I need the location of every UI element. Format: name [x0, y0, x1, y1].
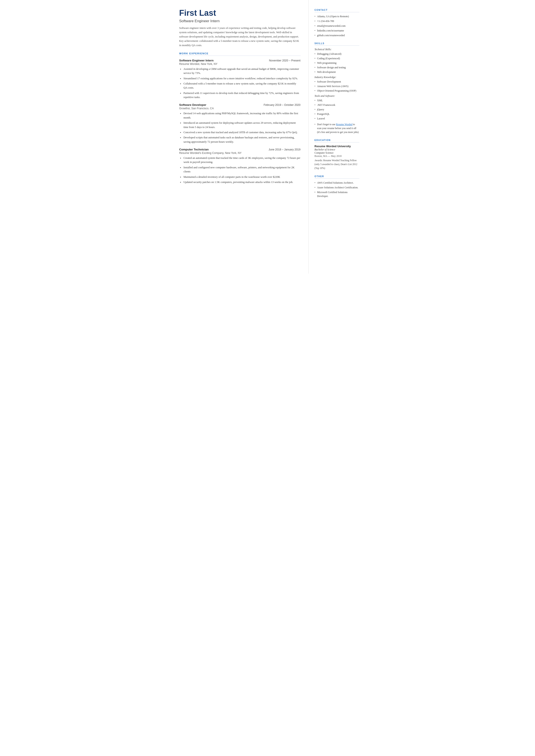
skill-item: PostgreSQL [315, 112, 359, 116]
other-list: AWS Certified Solutions Architect. Azure… [315, 181, 359, 198]
contact-github: github.com/resumeworded [315, 33, 359, 37]
job-dates-1: November 2020 – Present [269, 59, 300, 62]
skill-item: Web programming [315, 61, 359, 65]
skill-item: Amazon Web Services (AWS) [315, 84, 359, 88]
skill-item: jQuery [315, 107, 359, 111]
skill-item: Software design and testing [315, 66, 359, 70]
bullet: Streamlined 17 existing applications for… [180, 76, 300, 81]
bullet: Created an automated system that tracked… [180, 156, 300, 164]
bullet: Developed scripts that automated tasks s… [180, 136, 300, 144]
resume-page: First Last Software Engineer Intern Soft… [171, 0, 365, 274]
bullet: Assisted in developing a CRM software up… [180, 67, 300, 75]
skills-note-text: Don't forget to use [317, 123, 336, 126]
work-experience-section: WORK EXPERIENCE Software Engineer Intern… [179, 52, 300, 184]
edu-degree: Bachelor of Science [315, 148, 359, 151]
technical-skills-list: Debugging (Advanced) Coding (Experienced… [315, 52, 359, 74]
bullet: Maintained a detailed inventory of all c… [180, 175, 300, 179]
header-section: First Last Software Engineer Intern Soft… [179, 9, 300, 47]
skills-section: SKILLS Technical Skills: Debugging (Adva… [315, 42, 359, 134]
technical-skills-label: Technical Skills: [315, 48, 359, 51]
contact-email: email@resumeworded.com [315, 24, 359, 28]
job-company-2: Growthsi, San Francisco, CA [179, 107, 300, 110]
job-bullets-3: Created an automated system that tracked… [179, 156, 300, 184]
contact-list: Atlanta, GA (Open to Remote) +1-234-456-… [315, 14, 359, 37]
tools-software-label: Tools and Software: [315, 95, 359, 98]
edu-location: Boston, MA — May 2018 [315, 154, 359, 158]
edu-awards: Awards: Resume Worded Teaching Fellow (o… [315, 159, 359, 170]
other-item: AWS Certified Solutions Architect. [315, 181, 359, 185]
education-section: EDUCATION Resume Worded University Bache… [315, 139, 359, 170]
skill-item: Software Development [315, 80, 359, 84]
resume-worded-link[interactable]: Resume Worded [336, 123, 352, 126]
skill-item: Coding (Experienced) [315, 56, 359, 60]
job-company-1: Resume Worded, New York, NY [179, 63, 300, 66]
edu-block: Resume Worded University Bachelor of Sci… [315, 145, 359, 170]
candidate-title: Software Engineer Intern [179, 19, 300, 23]
contact-phone: +1-234-456-789 [315, 19, 359, 23]
tools-skills-list: XML .NET Framework jQuery PostgreSQL Lar… [315, 98, 359, 121]
skill-item: Debugging (Advanced) [315, 52, 359, 56]
bullet: Collaborated with a 5-member team to rel… [180, 82, 300, 90]
skill-item: .NET Framework [315, 103, 359, 107]
skill-item: XML [315, 98, 359, 102]
contact-section: CONTACT Atlanta, GA (Open to Remote) +1-… [315, 9, 359, 37]
job-dates-3: June 2018 – January 2019 [268, 148, 300, 151]
contact-location: Atlanta, GA (Open to Remote) [315, 14, 359, 18]
other-item: Azure Solutions Architect Certification. [315, 185, 359, 189]
bullet: Introduced an automated system for deplo… [180, 121, 300, 129]
bullet: Partnered with 11 supervisors to develop… [180, 91, 300, 99]
edu-field: Computer Science [315, 151, 359, 154]
skill-item: Object-Oriented Programming (OOP) [315, 89, 359, 93]
job-bullets-1: Assisted in developing a CRM software up… [179, 67, 300, 99]
job-title-3: Computer Technician [179, 148, 209, 151]
candidate-summary: Software engineer intern with over 3 yea… [179, 26, 300, 47]
industry-knowledge-label: Industry Knowledge: [315, 76, 359, 79]
bullet: Installed and configured new computer ha… [180, 165, 300, 174]
candidate-name: First Last [179, 9, 300, 18]
job-title-1: Software Engineer Intern [179, 59, 214, 62]
industry-skills-list: Software Development Amazon Web Services… [315, 80, 359, 93]
education-header: EDUCATION [315, 139, 359, 142]
contact-linkedin: linkedin.com/in/username [315, 29, 359, 33]
job-header-3: Computer Technician June 2018 – January … [179, 148, 300, 151]
job-bullets-2: Devised 14 web applications using PHP/My… [179, 111, 300, 144]
edu-school: Resume Worded University [315, 145, 359, 148]
skill-item: Laravel [315, 117, 359, 121]
right-column: CONTACT Atlanta, GA (Open to Remote) +1-… [309, 0, 365, 274]
skill-item: Web development [315, 70, 359, 74]
job-dates-2: February 2019 – October 2020 [264, 103, 300, 106]
job-header-1: Software Engineer Intern November 2020 –… [179, 59, 300, 62]
bullet: Conceived a new system that tracked and … [180, 130, 300, 134]
job-block-3: Computer Technician June 2018 – January … [179, 148, 300, 184]
bullet: Updated security patches on 1.5K compute… [180, 180, 300, 184]
job-company-3: Resume Worded's Exciting Company, New Yo… [179, 152, 300, 154]
other-section: OTHER AWS Certified Solutions Architect.… [315, 175, 359, 198]
skills-note: Don't forget to use Resume Worded to sca… [315, 123, 359, 134]
other-header: OTHER [315, 175, 359, 179]
work-experience-header: WORK EXPERIENCE [179, 52, 300, 56]
job-header-2: Software Developer February 2019 – Octob… [179, 103, 300, 106]
job-title-2: Software Developer [179, 103, 207, 106]
bullet: Devised 14 web applications using PHP/My… [180, 111, 300, 120]
job-block-2: Software Developer February 2019 – Octob… [179, 103, 300, 144]
skills-header: SKILLS [315, 42, 359, 46]
contact-header: CONTACT [315, 9, 359, 12]
job-block-1: Software Engineer Intern November 2020 –… [179, 59, 300, 99]
other-item: Microsoft Certified Solutions Developer. [315, 190, 359, 198]
left-column: First Last Software Engineer Intern Soft… [171, 0, 309, 274]
